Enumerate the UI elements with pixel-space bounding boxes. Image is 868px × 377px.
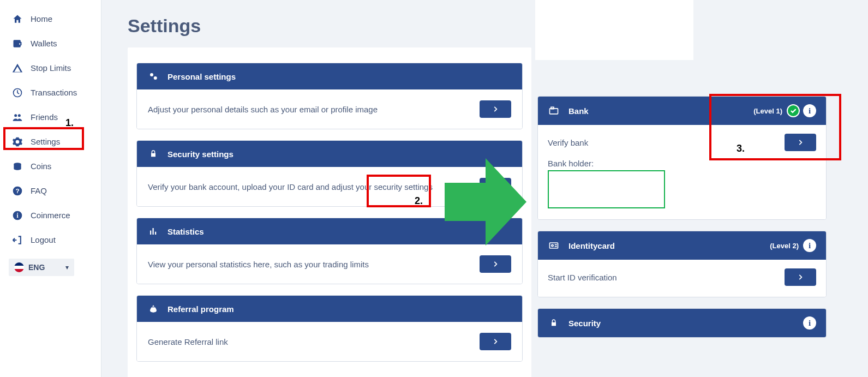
sidebar-item-label: Settings — [31, 137, 60, 146]
bank-icon — [548, 105, 560, 116]
wallet-icon — [11, 37, 24, 50]
chart-icon — [148, 226, 159, 237]
decorative-strip — [535, 0, 693, 60]
card-title: Security — [568, 319, 601, 328]
card-header-bank: Bank (Level 1) i — [538, 97, 826, 125]
chevron-down-icon: ▾ — [65, 264, 69, 271]
svg-point-8 — [150, 73, 153, 76]
bank-holder-label: Bank holder: — [548, 159, 816, 168]
card-header-security-sub: Security i — [538, 309, 826, 337]
statistics-go-button[interactable] — [480, 255, 511, 273]
card-header-security: Security settings — [137, 141, 522, 167]
home-icon — [11, 13, 24, 26]
sidebar-item-label: Logout — [31, 235, 56, 244]
sidebar-item-label: Coins — [31, 161, 51, 171]
card-title: Referral program — [167, 304, 234, 314]
sidebar-item-label: Coinmerce — [31, 211, 70, 220]
info-icon: i — [11, 209, 24, 222]
svg-point-13 — [552, 244, 553, 246]
page-title: Settings — [128, 15, 868, 37]
security-go-button[interactable] — [480, 178, 511, 195]
verify-bank-button[interactable] — [785, 134, 816, 151]
settings-panel: Personal settings Adjust your personal d… — [128, 47, 531, 377]
start-id-label: Start ID verification — [548, 273, 617, 282]
sidebar-item-friends[interactable]: Friends — [0, 105, 101, 129]
card-desc: Generate Referral link — [148, 334, 480, 349]
lock-icon — [148, 148, 159, 159]
card-title: Personal settings — [167, 72, 236, 81]
sidebar-item-coinmerce[interactable]: i Coinmerce — [0, 203, 101, 228]
card-referral: Referral program Generate Referral link — [136, 295, 523, 362]
card-desc: Verify your bank account, upload your ID… — [148, 179, 480, 194]
friends-icon — [11, 111, 24, 124]
sidebar-item-label: Stop Limits — [31, 63, 71, 73]
card-statistics: Statistics View your personal statistics… — [136, 218, 523, 284]
card-title: Security settings — [167, 149, 234, 159]
id-card-icon — [548, 240, 560, 251]
sidebar-item-label: Wallets — [31, 39, 57, 48]
start-id-button[interactable] — [785, 268, 816, 286]
gears-icon — [148, 71, 159, 82]
flag-uk-icon — [14, 262, 24, 272]
card-desc: Adjust your personal details such as you… — [148, 102, 480, 117]
gear-icon — [11, 135, 24, 148]
sidebar-item-label: Transactions — [31, 88, 77, 97]
sidebar-item-label: FAQ — [31, 186, 47, 195]
identity-level-label: (Level 2) — [770, 242, 799, 250]
bank-holder-value-box — [548, 170, 665, 208]
card-security-settings: Security settings Verify your bank accou… — [136, 140, 523, 207]
card-header-identity: Identitycard (Level 2) i — [538, 231, 826, 260]
card-title: Bank — [568, 106, 589, 116]
sidebar-item-logout[interactable]: Logout — [0, 228, 101, 252]
info-badge-icon[interactable]: i — [803, 316, 816, 330]
card-security-sub: Security i — [537, 308, 827, 338]
card-header-personal: Personal settings — [137, 63, 522, 89]
card-identitycard: Identitycard (Level 2) i Start ID verifi… — [537, 231, 827, 297]
referral-go-button[interactable] — [480, 333, 511, 350]
check-badge-icon — [787, 104, 800, 117]
question-icon: ? — [11, 184, 24, 198]
transactions-icon — [11, 86, 24, 99]
personal-go-button[interactable] — [480, 100, 511, 118]
card-desc: View your personal statistics here, such… — [148, 257, 480, 272]
money-bag-icon — [148, 303, 159, 314]
lock-icon — [548, 319, 560, 327]
info-badge-icon[interactable]: i — [803, 104, 816, 117]
bank-level-label: (Level 1) — [753, 107, 782, 115]
svg-point-9 — [154, 76, 157, 80]
sidebar-item-label: Friends — [31, 112, 58, 122]
language-selector[interactable]: ENG ▾ — [9, 259, 74, 276]
card-header-statistics: Statistics — [137, 218, 522, 244]
card-header-referral: Referral program — [137, 296, 522, 322]
language-label: ENG — [28, 263, 65, 272]
sidebar-item-faq[interactable]: ? FAQ — [0, 178, 101, 203]
svg-text:?: ? — [15, 187, 19, 194]
sidebar-item-settings[interactable]: Settings — [0, 129, 101, 154]
svg-point-1 — [14, 114, 17, 117]
security-detail-panel: Bank (Level 1) i Verify bank Bank holder… — [537, 96, 827, 338]
sidebar-item-wallets[interactable]: Wallets — [0, 31, 101, 56]
verify-bank-label: Verify bank — [548, 138, 588, 147]
info-badge-icon[interactable]: i — [803, 239, 816, 252]
card-bank: Bank (Level 1) i Verify bank Bank holder… — [537, 96, 827, 220]
svg-point-2 — [18, 114, 21, 117]
card-title: Identitycard — [568, 241, 615, 250]
card-personal-settings: Personal settings Adjust your personal d… — [136, 63, 523, 129]
sidebar: Home Wallets Stop Limits Transactions Fr… — [0, 0, 101, 377]
coins-icon — [11, 160, 24, 173]
card-title: Statistics — [167, 227, 204, 236]
warning-icon — [11, 62, 24, 75]
sidebar-item-stop-limits[interactable]: Stop Limits — [0, 56, 101, 80]
sidebar-item-home[interactable]: Home — [0, 7, 101, 31]
sidebar-item-label: Home — [31, 14, 52, 23]
sidebar-item-transactions[interactable]: Transactions — [0, 80, 101, 105]
logout-icon — [11, 234, 24, 247]
sidebar-item-coins[interactable]: Coins — [0, 154, 101, 178]
